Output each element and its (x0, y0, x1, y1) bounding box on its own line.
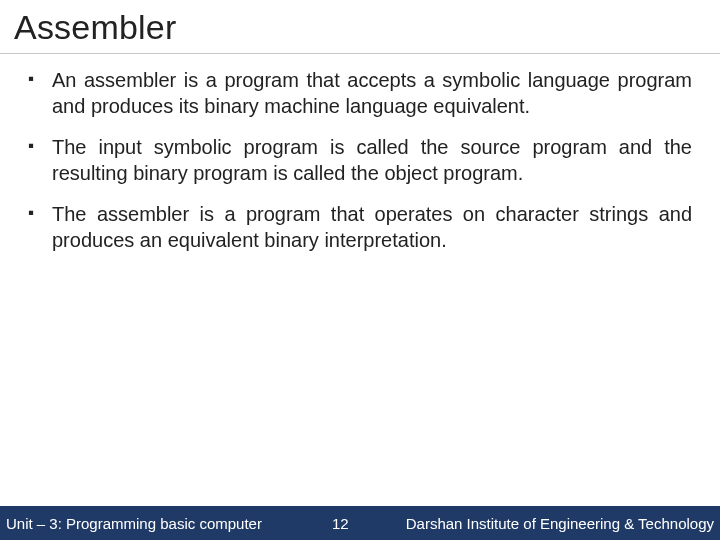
bullet-list: An assembler is a program that accepts a… (28, 68, 692, 254)
slide-content: An assembler is a program that accepts a… (0, 54, 720, 540)
slide-title: Assembler (0, 0, 720, 54)
list-item: An assembler is a program that accepts a… (28, 68, 692, 119)
slide: Assembler An assembler is a program that… (0, 0, 720, 540)
list-item: The input symbolic program is called the… (28, 135, 692, 186)
footer-unit: Unit – 3: Programming basic computer (6, 515, 262, 532)
slide-footer: Unit – 3: Programming basic computer 12 … (0, 506, 720, 540)
list-item: The assembler is a program that operates… (28, 202, 692, 253)
footer-page-number: 12 (332, 515, 349, 532)
footer-institute: Darshan Institute of Engineering & Techn… (349, 515, 714, 532)
